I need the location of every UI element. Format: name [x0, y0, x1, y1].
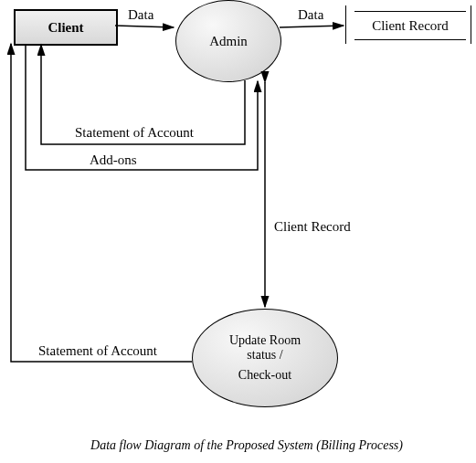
label-statement1: Statement of Account	[75, 125, 194, 141]
update-line1: Update Room	[229, 333, 301, 348]
svg-line-1	[280, 26, 344, 27]
svg-line-0	[115, 26, 174, 27]
diagram-caption: Data flow Diagram of the Proposed System…	[64, 438, 429, 453]
label-client-record-flow: Client Record	[274, 219, 351, 235]
update-line3: Check-out	[238, 368, 291, 383]
client-record-store: Client Record	[354, 11, 466, 40]
client-entity: Client	[14, 9, 118, 46]
label-client-admin: Data	[128, 7, 153, 23]
label-addons: Add-ons	[90, 153, 137, 168]
update-checkout-process: Update Room status / Check-out	[192, 309, 338, 407]
update-line2: status /	[247, 348, 282, 363]
label-admin-record: Data	[298, 7, 323, 23]
admin-process: Admin	[175, 0, 281, 82]
label-statement2: Statement of Account	[38, 343, 157, 359]
